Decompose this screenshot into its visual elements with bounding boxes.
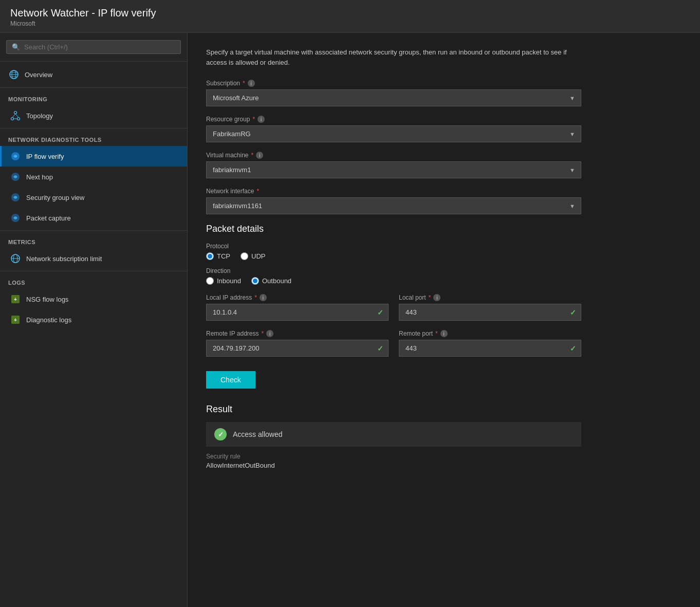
overview-label: Overview: [25, 71, 52, 79]
app-title: Network Watcher - IP flow verify: [10, 7, 690, 19]
sidebar-item-ip-flow-verify[interactable]: IP flow verify: [0, 146, 187, 167]
local-port-label: Local port* i: [399, 294, 581, 301]
diagnostic-logs-label: Diagnostic logs: [26, 316, 71, 324]
direction-outbound-label[interactable]: Outbound: [251, 277, 291, 285]
next-hop-label: Next hop: [26, 173, 53, 181]
direction-inbound-text: Inbound: [217, 277, 241, 285]
local-port-info-icon[interactable]: i: [433, 294, 440, 301]
app-header: Network Watcher - IP flow verify Microso…: [0, 0, 700, 33]
local-ip-label: Local IP address* i: [206, 294, 389, 301]
virtual-machine-group: Virtual machine* i fabriakmvm1 ▼: [206, 152, 581, 178]
section-metrics: METRICS: [0, 233, 187, 248]
security-rule-value: AllowInternetOutBound: [206, 462, 581, 469]
search-box[interactable]: 🔍: [6, 40, 181, 54]
direction-inbound-radio[interactable]: [206, 277, 214, 285]
remote-ip-label: Remote IP address* i: [206, 330, 389, 337]
remote-port-info-icon[interactable]: i: [440, 330, 448, 337]
check-button[interactable]: Check: [206, 371, 255, 389]
section-network-diagnostic: NETWORK DIAGNOSTIC TOOLS: [0, 131, 187, 146]
packet-details-title: Packet details: [206, 224, 681, 234]
remote-ip-check-icon: ✓: [377, 344, 383, 353]
globe-icon: [8, 69, 20, 80]
remote-port-group: Remote port* i ✓: [399, 330, 581, 357]
local-ip-input[interactable]: [206, 304, 389, 321]
remote-port-input-wrapper: ✓: [399, 340, 581, 357]
sidebar-item-topology[interactable]: Topology: [0, 105, 187, 126]
local-ip-input-wrapper: ✓: [206, 304, 389, 321]
sidebar-item-network-subscription-limit[interactable]: Network subscription limit: [0, 248, 187, 269]
sidebar-item-nsg-flow-logs[interactable]: + NSG flow logs: [0, 289, 187, 309]
resource-group-select[interactable]: FabrikamRG: [206, 125, 581, 142]
resource-group-group: Resource group* i FabrikamRG ▼: [206, 116, 581, 142]
local-port-check-icon: ✓: [570, 308, 576, 317]
section-logs: LOGS: [0, 273, 187, 289]
remote-ip-group: Remote IP address* i ✓: [206, 330, 389, 357]
resource-group-select-wrapper: FabrikamRG ▼: [206, 125, 581, 142]
direction-label: Direction: [206, 267, 581, 274]
security-rule-container: Security rule AllowInternetOutBound: [206, 453, 581, 469]
nsg-flow-logs-icon: +: [10, 293, 21, 305]
network-subscription-label: Network subscription limit: [26, 255, 102, 263]
result-section: Result ✓ Access allowed Security rule Al…: [206, 404, 581, 469]
result-text: Access allowed: [233, 430, 283, 438]
svg-line-8: [12, 114, 15, 118]
main-content: Specify a target virtual machine with as…: [188, 33, 700, 607]
subscription-select[interactable]: Microsoft Azure: [206, 89, 581, 106]
subscription-select-wrapper: Microsoft Azure ▼: [206, 89, 581, 106]
network-interface-select[interactable]: fabriakmvm1161: [206, 197, 581, 214]
network-interface-select-wrapper: fabriakmvm1161 ▼: [206, 197, 581, 214]
svg-point-5: [14, 112, 17, 114]
topology-icon: [10, 110, 21, 121]
local-port-input-wrapper: ✓: [399, 304, 581, 321]
virtual-machine-select-wrapper: fabriakmvm1 ▼: [206, 161, 581, 178]
sidebar-item-packet-capture[interactable]: Packet capture: [0, 208, 187, 228]
remote-ip-input[interactable]: [206, 340, 389, 357]
sidebar-item-security-group-view[interactable]: Security group view: [0, 187, 187, 208]
subscription-info-icon[interactable]: i: [248, 80, 255, 87]
virtual-machine-info-icon[interactable]: i: [256, 152, 263, 159]
ip-flow-icon: [10, 151, 21, 162]
security-group-icon: [10, 192, 21, 203]
protocol-label: Protocol: [206, 243, 581, 250]
virtual-machine-select[interactable]: fabriakmvm1: [206, 161, 581, 178]
direction-outbound-radio[interactable]: [251, 277, 259, 285]
sidebar-item-next-hop[interactable]: Next hop: [0, 167, 187, 187]
subscription-group: Subscription* i Microsoft Azure ▼: [206, 80, 581, 106]
result-row: ✓ Access allowed: [206, 422, 581, 447]
search-input[interactable]: [24, 43, 175, 51]
local-row: Local IP address* i ✓ Local port* i ✓: [206, 294, 581, 321]
next-hop-icon: [10, 171, 21, 182]
svg-point-6: [11, 118, 14, 120]
remote-port-label: Remote port* i: [399, 330, 581, 337]
protocol-tcp-label[interactable]: TCP: [206, 252, 230, 260]
protocol-tcp-radio[interactable]: [206, 252, 214, 260]
svg-line-9: [15, 114, 19, 118]
topology-label: Topology: [26, 112, 53, 120]
ip-flow-label: IP flow verify: [26, 153, 64, 160]
remote-ip-info-icon[interactable]: i: [266, 330, 273, 337]
protocol-udp-label[interactable]: UDP: [241, 252, 265, 260]
local-ip-group: Local IP address* i ✓: [206, 294, 389, 321]
protocol-udp-radio[interactable]: [241, 252, 248, 260]
direction-outbound-text: Outbound: [262, 277, 291, 285]
sidebar-item-overview[interactable]: Overview: [0, 64, 187, 85]
remote-ip-input-wrapper: ✓: [206, 340, 389, 357]
network-interface-label: Network interface*: [206, 188, 581, 195]
remote-port-input[interactable]: [399, 340, 581, 357]
resource-group-info-icon[interactable]: i: [257, 116, 265, 123]
direction-radio-group: Inbound Outbound: [206, 277, 581, 285]
local-port-input[interactable]: [399, 304, 581, 321]
local-ip-info-icon[interactable]: i: [260, 294, 267, 301]
diagnostic-logs-icon: +: [10, 314, 21, 325]
direction-inbound-label[interactable]: Inbound: [206, 277, 241, 285]
local-ip-check-icon: ✓: [377, 308, 383, 317]
protocol-tcp-text: TCP: [217, 252, 230, 260]
svg-point-7: [17, 118, 20, 120]
search-icon: 🔍: [12, 43, 20, 51]
security-group-label: Security group view: [26, 194, 84, 201]
resource-group-label: Resource group* i: [206, 116, 581, 123]
result-title: Result: [206, 404, 581, 415]
protocol-radio-group: TCP UDP: [206, 252, 581, 260]
remote-row: Remote IP address* i ✓ Remote port* i ✓: [206, 330, 581, 357]
sidebar-item-diagnostic-logs[interactable]: + Diagnostic logs: [0, 309, 187, 330]
